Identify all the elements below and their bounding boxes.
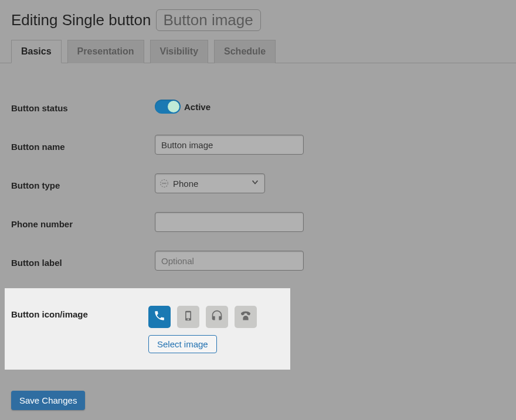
phone-icon [154, 310, 165, 324]
label-button-icon-image: Button icon/image [11, 306, 148, 353]
label-button-label: Button label [11, 251, 155, 268]
save-changes-button[interactable]: Save Changes [11, 391, 85, 410]
headset-icon [211, 310, 223, 324]
icon-option-headset[interactable] [206, 306, 228, 328]
tab-presentation[interactable]: Presentation [67, 40, 144, 63]
classic-phone-icon [240, 310, 252, 324]
select-image-button[interactable]: Select image [148, 335, 217, 353]
status-toggle-text: Active [184, 102, 211, 112]
icon-option-mobile[interactable] [177, 306, 199, 328]
icon-image-section: Button icon/image [5, 288, 290, 370]
tab-bar: Basics Presentation Visibility Schedule [0, 39, 516, 63]
button-name-input[interactable] [155, 135, 304, 155]
tab-basics[interactable]: Basics [11, 40, 62, 63]
icon-option-phone[interactable] [148, 306, 171, 328]
phone-number-input[interactable] [155, 212, 304, 232]
label-button-type: Button type [11, 173, 155, 190]
mobile-icon [182, 310, 194, 324]
button-type-select[interactable]: Phone [155, 173, 265, 193]
label-button-name: Button name [11, 135, 155, 152]
tab-schedule[interactable]: Schedule [214, 40, 276, 63]
icon-option-classic-phone[interactable] [235, 306, 257, 328]
label-phone-number: Phone number [11, 212, 155, 229]
label-button-status: Button status [11, 96, 155, 113]
toggle-knob [168, 101, 179, 112]
tab-visibility[interactable]: Visibility [150, 40, 209, 63]
page-title: Editing Single button [11, 11, 151, 29]
title-badge: Button image [156, 9, 261, 31]
status-toggle[interactable] [155, 100, 181, 114]
button-type-select-value: Phone [173, 179, 198, 189]
button-label-input[interactable] [155, 251, 304, 271]
